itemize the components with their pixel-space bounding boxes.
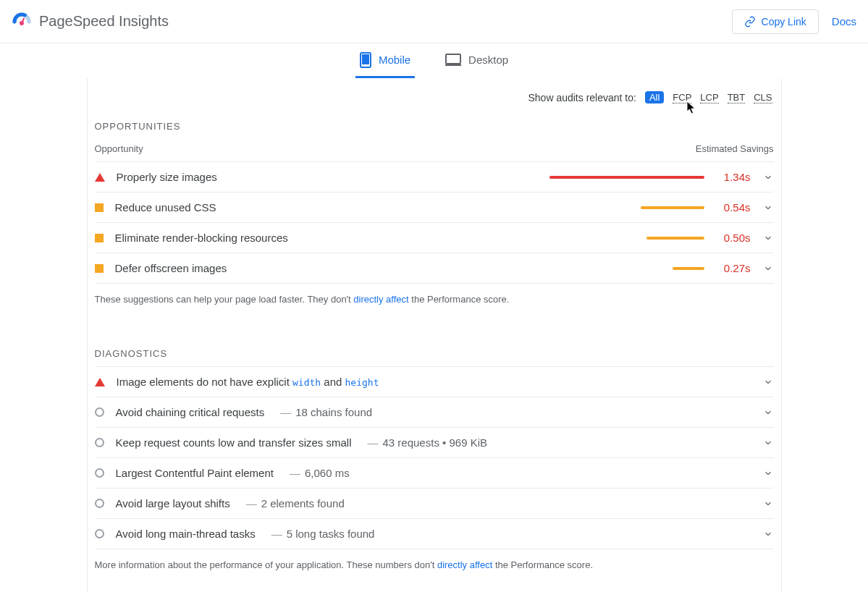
opportunity-row[interactable]: Reduce unused CSS 0.54s bbox=[95, 192, 774, 222]
copy-link-label: Copy Link bbox=[762, 16, 806, 28]
opportunity-label: Properly size images bbox=[117, 171, 217, 183]
brand-name: PageSpeed Insights bbox=[39, 13, 169, 30]
col-est-savings: Estimated Savings bbox=[696, 143, 774, 154]
header-actions: Copy Link Docs bbox=[732, 9, 856, 34]
svg-rect-4 bbox=[446, 54, 460, 64]
circle-info-icon bbox=[95, 438, 104, 447]
chevron-down-icon bbox=[762, 172, 774, 182]
opportunity-columns: Opportunity Estimated Savings bbox=[95, 139, 774, 161]
diagnostic-label: Image elements do not have explicit widt… bbox=[117, 376, 379, 388]
filter-chip-cls[interactable]: CLS bbox=[754, 92, 772, 103]
savings-value: 0.54s bbox=[716, 201, 751, 213]
section-heading-opportunities: OPPORTUNITIES bbox=[95, 121, 774, 132]
circle-info-icon bbox=[95, 468, 104, 478]
triangle-fail-icon bbox=[95, 173, 105, 182]
report-panel: Show audits relevant to: All FCP LCP TBT… bbox=[87, 78, 782, 592]
filter-chip-lcp[interactable]: LCP bbox=[700, 92, 718, 103]
diagnostic-row[interactable]: Largest Contentful Paint element —6,060 … bbox=[95, 457, 774, 488]
tab-mobile-label: Mobile bbox=[379, 54, 410, 66]
note-text: These suggestions can help your page loa… bbox=[95, 294, 354, 305]
diagnostic-row[interactable]: Avoid long main-thread tasks —5 long tas… bbox=[95, 518, 774, 549]
note-text: More information about the performance o… bbox=[95, 559, 437, 570]
filter-label: Show audits relevant to: bbox=[528, 92, 636, 103]
code-height: height bbox=[345, 377, 379, 388]
diagnostic-label: Avoid chaining critical requests bbox=[116, 406, 265, 418]
circle-info-icon bbox=[95, 499, 104, 508]
diagnostic-info: —6,060 ms bbox=[285, 467, 350, 479]
directly-affect-link[interactable]: directly affect bbox=[437, 559, 492, 570]
diagnostic-row[interactable]: Image elements do not have explicit widt… bbox=[95, 366, 774, 397]
chevron-down-icon bbox=[762, 529, 774, 539]
mobile-icon bbox=[360, 52, 371, 68]
device-tabs: Mobile Desktop bbox=[0, 43, 868, 78]
chevron-down-icon bbox=[762, 499, 774, 509]
opportunity-label: Reduce unused CSS bbox=[115, 201, 216, 213]
docs-link[interactable]: Docs bbox=[832, 15, 856, 28]
diagnostic-label: Avoid long main-thread tasks bbox=[116, 528, 256, 540]
diagnostic-label: Largest Contentful Paint element bbox=[116, 467, 274, 479]
diagnostic-info: —2 elements found bbox=[242, 497, 345, 509]
savings-value: 0.50s bbox=[716, 232, 751, 244]
circle-info-icon bbox=[95, 407, 104, 417]
opportunity-row[interactable]: Defer offscreen images 0.27s bbox=[95, 253, 774, 284]
chevron-down-icon bbox=[762, 377, 774, 387]
copy-link-button[interactable]: Copy Link bbox=[732, 9, 819, 34]
diagnostic-info: —43 requests • 969 KiB bbox=[363, 436, 488, 449]
opportunity-row[interactable]: Eliminate render-blocking resources 0.50… bbox=[95, 222, 774, 253]
diagnostics-note: More information about the performance o… bbox=[95, 549, 774, 573]
filter-chip-tbt[interactable]: TBT bbox=[728, 92, 746, 103]
diagnostic-info: —18 chains found bbox=[276, 406, 372, 418]
diagnostic-row[interactable]: Keep request counts low and transfer siz… bbox=[95, 427, 774, 457]
triangle-fail-icon bbox=[95, 378, 105, 386]
chevron-down-icon bbox=[762, 438, 774, 448]
diagnostic-info: —5 long tasks found bbox=[267, 528, 375, 540]
opportunity-label: Eliminate render-blocking resources bbox=[115, 232, 288, 244]
filter-chip-fcp[interactable]: FCP bbox=[673, 92, 691, 103]
savings-value: 0.27s bbox=[716, 262, 751, 274]
note-text: the Performance score. bbox=[409, 294, 510, 305]
directly-affect-link[interactable]: directly affect bbox=[353, 294, 408, 305]
savings-bar bbox=[673, 267, 704, 270]
tab-desktop[interactable]: Desktop bbox=[441, 43, 513, 78]
header-bar: PageSpeed Insights Copy Link Docs bbox=[0, 0, 868, 43]
square-average-icon bbox=[95, 234, 104, 242]
section-heading-diagnostics: DIAGNOSTICS bbox=[95, 348, 774, 359]
code-width: width bbox=[292, 377, 321, 388]
savings-bar bbox=[641, 206, 704, 209]
tab-mobile[interactable]: Mobile bbox=[355, 43, 415, 78]
brand: PageSpeed Insights bbox=[12, 12, 169, 32]
chevron-down-icon bbox=[762, 263, 774, 274]
note-text: the Performance score. bbox=[492, 559, 593, 570]
text: Image elements do not have explicit bbox=[117, 376, 292, 388]
chevron-down-icon bbox=[762, 203, 774, 213]
opportunity-label: Defer offscreen images bbox=[115, 262, 227, 274]
diagnostic-label: Avoid large layout shifts bbox=[116, 497, 230, 509]
diagnostic-row[interactable]: Avoid chaining critical requests —18 cha… bbox=[95, 397, 774, 427]
pagespeed-logo-icon bbox=[12, 12, 32, 32]
svg-rect-3 bbox=[362, 54, 369, 64]
square-average-icon bbox=[95, 264, 104, 273]
savings-value: 1.34s bbox=[716, 171, 751, 183]
chevron-down-icon bbox=[762, 407, 774, 418]
savings-bar bbox=[549, 176, 704, 179]
opportunity-row[interactable]: Properly size images 1.34s bbox=[95, 161, 774, 192]
chevron-down-icon bbox=[762, 233, 774, 243]
audit-filter-row: Show audits relevant to: All FCP LCP TBT… bbox=[95, 78, 774, 106]
savings-bar bbox=[646, 237, 704, 240]
chevron-down-icon bbox=[762, 468, 774, 478]
link-icon bbox=[744, 16, 756, 28]
circle-info-icon bbox=[95, 529, 104, 538]
filter-chip-all[interactable]: All bbox=[645, 91, 664, 103]
opportunities-note: These suggestions can help your page loa… bbox=[95, 284, 774, 308]
diagnostic-label: Keep request counts low and transfer siz… bbox=[116, 436, 352, 449]
text: and bbox=[321, 376, 345, 388]
diagnostic-row[interactable]: Avoid large layout shifts —2 elements fo… bbox=[95, 488, 774, 518]
tab-desktop-label: Desktop bbox=[468, 54, 508, 66]
col-opportunity: Opportunity bbox=[95, 143, 143, 154]
desktop-icon bbox=[445, 54, 461, 67]
square-average-icon bbox=[95, 203, 104, 212]
